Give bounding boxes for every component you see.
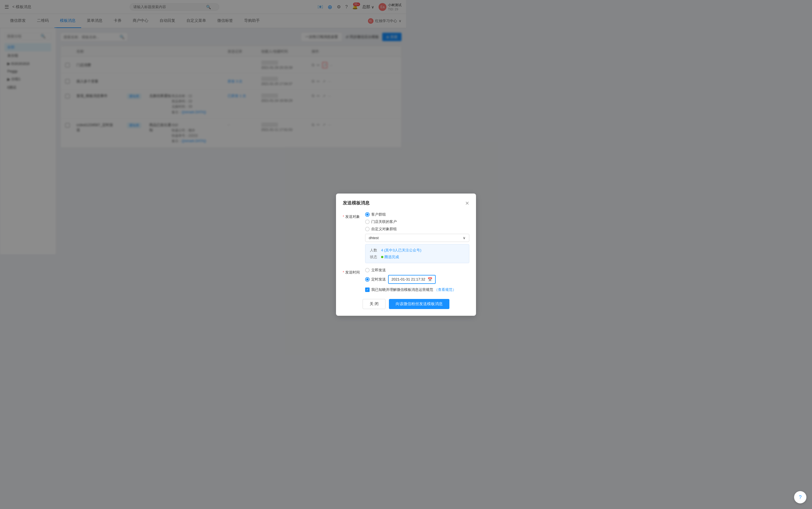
radio-dot-store [365, 219, 370, 224]
modal-overlay[interactable]: 发送模板消息 ✕ 发送对象 客户群组 门店关联的客户 [0, 0, 406, 254]
send-template-modal: 发送模板消息 ✕ 发送对象 客户群组 门店关联的客户 [336, 194, 406, 255]
group-select: dhtest ∨ [365, 234, 406, 242]
radio-custom-group[interactable]: 自定义对象群组 [365, 227, 406, 232]
send-target-control: 客户群组 门店关联的客户 自定义对象群组 dhtest ∨ [365, 212, 406, 255]
radio-label-store: 门店关联的客户 [371, 219, 397, 224]
radio-label-custom: 自定义对象群组 [371, 227, 397, 232]
radio-dot-customer [365, 212, 370, 217]
count-label: 人数 [370, 248, 379, 253]
status-wrap: 圈选完成 [381, 254, 399, 255]
status-label: 状态 [370, 254, 379, 255]
info-row-count: 人数 4 (其中3人已关注公众号) [370, 248, 406, 253]
modal-title: 发送模板消息 [343, 200, 370, 206]
send-target-row: 发送对象 客户群组 门店关联的客户 自定义对象群组 [343, 212, 406, 255]
group-info-box: 人数 4 (其中3人已关注公众号) 状态 圈选完成 [365, 244, 406, 255]
group-select-box[interactable]: dhtest ∨ [365, 234, 406, 242]
target-radio-group: 客户群组 门店关联的客户 自定义对象群组 [365, 212, 406, 232]
modal-header: 发送模板消息 ✕ [343, 200, 406, 206]
send-target-label: 发送对象 [343, 212, 365, 219]
radio-store-customer[interactable]: 门店关联的客户 [365, 219, 406, 224]
group-select-value: dhtest [369, 236, 379, 240]
status-value: 圈选完成 [384, 254, 399, 255]
count-value: 4 (其中3人已关注公众号) [381, 248, 406, 253]
radio-label-customer: 客户群组 [371, 212, 386, 217]
radio-customer-group[interactable]: 客户群组 [365, 212, 406, 217]
radio-dot-custom [365, 227, 370, 231]
info-row-status: 状态 圈选完成 [370, 254, 406, 255]
